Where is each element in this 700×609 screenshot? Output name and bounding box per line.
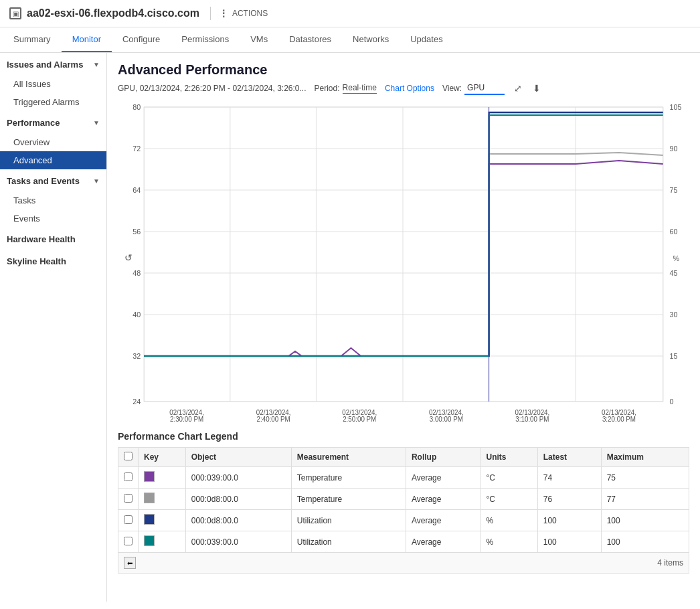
sidebar-section-performance-label: Performance	[7, 118, 60, 128]
svg-text:15: 15	[670, 352, 678, 360]
legend-title: Performance Chart Legend	[118, 431, 689, 442]
period-label: Period:	[315, 84, 340, 93]
row-checkbox-cell	[118, 467, 139, 489]
legend-col-key: Key	[139, 448, 186, 467]
sidebar-section-tasks-events[interactable]: Tasks and Events ▼	[0, 169, 106, 191]
svg-text:3:20:00 PM: 3:20:00 PM	[602, 416, 636, 422]
table-row: 000:039:00.0 Utilization Average % 100 1…	[118, 531, 689, 553]
row-measurement-1: Temperature	[291, 489, 406, 510]
legend-col-measurement: Measurement	[291, 448, 406, 467]
row-object-2: 000:0d8:00.0	[185, 510, 291, 531]
svg-text:80: 80	[133, 103, 141, 111]
item-count: 4 items	[657, 558, 683, 568]
color-swatch-2	[144, 514, 155, 525]
tab-networks[interactable]: Networks	[342, 27, 400, 52]
row-measurement-0: Temperature	[291, 467, 406, 489]
svg-text:40: 40	[133, 311, 141, 319]
sidebar-item-tasks[interactable]: Tasks	[0, 191, 106, 209]
row-object-0: 000:039:00.0	[185, 467, 291, 489]
sidebar-section-performance[interactable]: Performance ▼	[0, 111, 106, 133]
svg-text:56: 56	[133, 228, 141, 236]
row-checkbox-1[interactable]	[124, 494, 133, 503]
svg-text:2:30:00 PM: 2:30:00 PM	[170, 416, 203, 422]
row-checkbox-cell	[118, 489, 139, 510]
sidebar-item-overview[interactable]: Overview	[0, 133, 106, 151]
row-object-3: 000:039:00.0	[185, 531, 291, 553]
period-value[interactable]: Real-time	[343, 83, 377, 94]
expand-icon[interactable]: ⤢	[513, 82, 523, 95]
legend-col-latest: Latest	[537, 448, 601, 467]
row-object-1: 000:0d8:00.0	[185, 489, 291, 510]
svg-text:72: 72	[133, 145, 141, 153]
chevron-down-icon-2: ▼	[93, 119, 100, 126]
row-checkbox-3[interactable]	[124, 537, 133, 545]
sidebar: Issues and Alarms ▼ All Issues Triggered…	[0, 53, 107, 602]
row-rollup-2: Average	[406, 510, 480, 531]
row-checkbox-0[interactable]	[124, 472, 133, 481]
row-rollup-1: Average	[406, 489, 480, 510]
row-measurement-3: Utilization	[291, 531, 406, 553]
tab-datastores[interactable]: Datastores	[278, 27, 342, 52]
svg-text:2:50:00 PM: 2:50:00 PM	[343, 416, 376, 422]
tab-updates[interactable]: Updates	[400, 27, 453, 52]
tab-summary[interactable]: Summary	[3, 27, 62, 52]
row-key-1	[139, 489, 186, 510]
actions-dots-icon: ⋮	[219, 8, 230, 19]
color-swatch-3	[144, 535, 155, 546]
row-latest-0: 74	[537, 467, 601, 489]
svg-text:%: %	[673, 254, 679, 262]
svg-text:90: 90	[670, 145, 678, 153]
chevron-down-icon: ▼	[93, 61, 100, 68]
sidebar-item-advanced[interactable]: Advanced	[0, 151, 106, 169]
select-all-checkbox[interactable]	[124, 452, 133, 460]
svg-text:32: 32	[133, 352, 141, 360]
tab-monitor[interactable]: Monitor	[62, 27, 112, 52]
sidebar-item-events[interactable]: Events	[0, 209, 106, 228]
svg-text:30: 30	[670, 311, 678, 319]
row-maximum-0: 75	[601, 467, 689, 489]
period-group: Period: Real-time	[315, 83, 377, 94]
download-icon[interactable]: ⬇	[531, 82, 542, 95]
actions-button[interactable]: ⋮ ACTIONS	[219, 8, 268, 19]
color-swatch-0	[144, 471, 155, 482]
svg-text:48: 48	[133, 269, 141, 277]
legend-col-checkbox	[118, 448, 139, 467]
tab-configure[interactable]: Configure	[112, 27, 171, 52]
sidebar-section-issues[interactable]: Issues and Alarms ▼	[0, 53, 106, 75]
sidebar-section-hardware-health[interactable]: Hardware Health	[0, 228, 106, 250]
row-units-2: %	[480, 510, 537, 531]
row-key-0	[139, 467, 186, 489]
svg-text:75: 75	[670, 186, 678, 194]
tab-vms[interactable]: VMs	[240, 27, 278, 52]
legend-col-rollup: Rollup	[406, 448, 480, 467]
performance-chart: 80 72 64 56 48 40 32 24 105 90 75 60 45 …	[118, 100, 689, 422]
row-latest-2: 100	[537, 510, 601, 531]
top-bar: ▣ aa02-esxi-06.flexpodb4.cisco.com ⋮ ACT…	[0, 0, 700, 27]
chart-options-button[interactable]: Chart Options	[385, 84, 434, 93]
title-divider	[210, 7, 211, 20]
svg-rect-0	[144, 107, 663, 402]
svg-text:24: 24	[133, 398, 141, 406]
page-title: Advanced Performance	[118, 62, 689, 78]
sidebar-section-skyline-label: Skyline Health	[7, 256, 66, 266]
color-swatch-1	[144, 493, 155, 503]
content-area: Advanced Performance GPU, 02/13/2024, 2:…	[107, 53, 700, 602]
svg-text:105: 105	[670, 103, 682, 111]
row-maximum-1: 77	[601, 489, 689, 510]
row-measurement-2: Utilization	[291, 510, 406, 531]
sidebar-section-skyline-health[interactable]: Skyline Health	[0, 250, 106, 272]
row-units-3: %	[480, 531, 537, 553]
row-checkbox-2[interactable]	[124, 515, 133, 524]
row-rollup-3: Average	[406, 531, 480, 553]
row-rollup-0: Average	[406, 467, 480, 489]
scroll-left-icon[interactable]: ⬅	[124, 557, 136, 569]
table-row: 000:0d8:00.0 Utilization Average % 100 1…	[118, 510, 689, 531]
svg-text:45: 45	[670, 269, 678, 277]
sidebar-item-all-issues[interactable]: All Issues	[0, 75, 106, 93]
legend-col-maximum: Maximum	[601, 448, 689, 467]
table-row: 000:039:00.0 Temperature Average °C 74 7…	[118, 467, 689, 489]
row-checkbox-cell	[118, 510, 139, 531]
view-input[interactable]	[464, 82, 505, 95]
tab-permissions[interactable]: Permissions	[171, 27, 240, 52]
sidebar-item-triggered-alarms[interactable]: Triggered Alarms	[0, 93, 106, 111]
